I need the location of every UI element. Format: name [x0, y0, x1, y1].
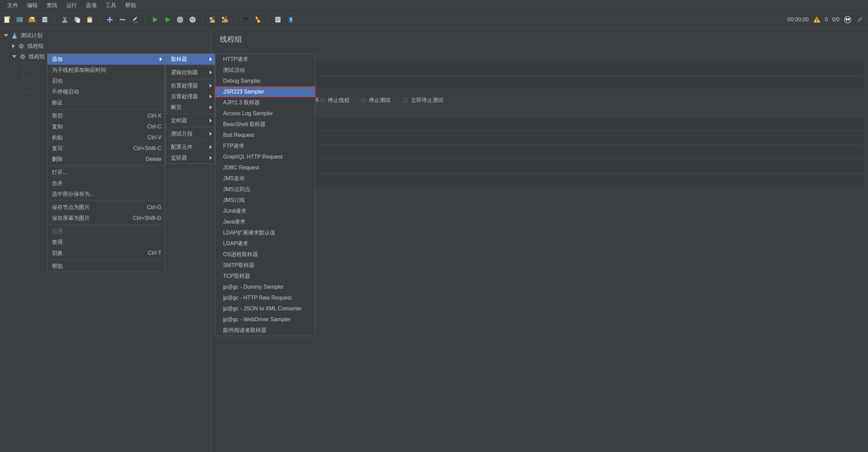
context-menu-item-保存节点为图片[interactable]: 保存节点为图片Ctrl-G [47, 202, 165, 213]
context-menu-item-添加[interactable]: 添加 [47, 54, 165, 65]
sampler-menu-item-LDAP扩展请求默认值[interactable]: LDAP扩展请求默认值 [215, 227, 315, 238]
context-menu-item-复制[interactable]: 复制Ctrl-C [47, 121, 165, 132]
context-menu-item-保存屏幕为图片[interactable]: 保存屏幕为图片Ctrl+Shift-G [47, 213, 165, 224]
context-menu-item-选中部分保存为...[interactable]: 选中部分保存为... [47, 189, 165, 200]
add-submenu-item-后置处理器[interactable]: 后置处理器 [165, 91, 215, 102]
sampler-menu-item-HTTP请求[interactable]: HTTP请求 [215, 54, 315, 65]
threads-field[interactable] [224, 118, 863, 129]
start-no-pauses-icon[interactable] [163, 15, 172, 24]
cut-icon[interactable] [60, 15, 69, 24]
sampler-menu-item-Debug Sampler[interactable]: Debug Sampler [215, 76, 315, 86]
context-menu-item-合并[interactable]: 合并 [47, 178, 165, 189]
radio-circle-icon[interactable] [403, 98, 408, 103]
context-menu-item-不停顿启动[interactable]: 不停顿启动 [47, 86, 165, 97]
jsr223-sampler-icon[interactable] [33, 75, 40, 82]
menu-运行[interactable]: 运行 [62, 0, 81, 11]
add-submenu-item-断言[interactable]: 断言 [165, 102, 215, 113]
sampler-menu-item-jp@gc - JSON to XML Converter[interactable]: jp@gc - JSON to XML Converter [215, 303, 315, 314]
open-icon[interactable] [28, 15, 37, 24]
menu-工具[interactable]: 工具 [101, 0, 121, 11]
context-menu-item-打开...[interactable]: 打开... [47, 167, 165, 178]
stop-icon[interactable]: STOP [176, 15, 184, 24]
context-menu-item-启动[interactable]: 启动 [47, 76, 165, 86]
sampler-menu-item-Access Log Sampler[interactable]: Access Log Sampler [215, 108, 315, 119]
new-icon[interactable] [3, 15, 12, 24]
context-menu-item-切换[interactable]: 切换Ctrl-T [47, 248, 165, 259]
sampler-menu-item-jp@gc - HTTP Raw Request[interactable]: jp@gc - HTTP Raw Request [215, 292, 315, 303]
add-submenu-item-测试片段[interactable]: 测试片段 [165, 128, 215, 139]
comments-field[interactable] [224, 78, 863, 88]
sampler-menu-item-邮件阅读者取样器[interactable]: 邮件阅读者取样器 [215, 325, 315, 336]
help-icon[interactable]: ? [286, 15, 295, 24]
save-icon[interactable] [40, 15, 49, 24]
add-submenu-item-定时器[interactable]: 定时器 [165, 115, 215, 126]
radio-停止线程[interactable]: 停止线程 [320, 97, 350, 104]
add-submenu-item-监听器[interactable]: 监听器 [165, 152, 215, 163]
add-submenu-item-逻辑控制器[interactable]: 逻辑控制器 [165, 67, 215, 78]
expand-all-icon[interactable] [105, 15, 114, 24]
radio-circle-icon[interactable] [361, 98, 366, 103]
jsr223-sampler-icon[interactable] [33, 62, 40, 69]
menu-选项[interactable]: 选项 [81, 0, 101, 11]
menu-帮助[interactable]: 帮助 [121, 0, 140, 11]
sampler-menu-item-jp@gc - Dummy Sampler[interactable]: jp@gc - Dummy Sampler [215, 282, 315, 292]
sampler-menu-item-JSR223 Sampler[interactable]: JSR223 Sampler [215, 86, 315, 97]
expand-arrow-icon[interactable] [12, 44, 15, 48]
collapse-arrow-icon[interactable] [12, 55, 16, 58]
field-row-4[interactable] [224, 161, 863, 172]
menu-文件[interactable]: 文件 [3, 0, 22, 11]
context-menu-item-验证[interactable]: 验证 [47, 97, 165, 108]
start-icon[interactable] [151, 15, 159, 24]
loop-count-field[interactable] [224, 147, 863, 158]
clear-icon[interactable] [208, 15, 217, 24]
add-submenu-item-配置元件[interactable]: 配置元件 [165, 142, 215, 152]
sampler-menu-item-BeanShell 取样器[interactable]: BeanShell 取样器 [215, 119, 315, 130]
search-reset-icon[interactable] [253, 15, 262, 24]
sampler-menu-item-GraphQL HTTP Request[interactable]: GraphQL HTTP Request [215, 151, 315, 162]
collapse-all-icon[interactable] [118, 15, 127, 24]
add-submenu-item-前置处理器[interactable]: 前置处理器 [165, 80, 215, 91]
tree-node-测试计划-0[interactable]: 测试计划 [4, 30, 42, 41]
sampler-menu-item-AJP/1.3 取样器[interactable]: AJP/1.3 取样器 [215, 97, 315, 108]
tree-node-线程组-2[interactable]: 线程组 [12, 52, 45, 62]
sampler-menu-item-SMTP取样器[interactable]: SMTP取样器 [215, 260, 315, 271]
function-helper-icon[interactable] [273, 15, 282, 24]
sampler-menu-item-TCP取样器[interactable]: TCP取样器 [215, 271, 315, 282]
sampler-menu-item-OS进程取样器[interactable]: OS进程取样器 [215, 249, 315, 260]
add-submenu-item-取样器[interactable]: 取样器 [165, 54, 215, 65]
rampup-field[interactable] [224, 132, 863, 143]
context-menu-item-剪切[interactable]: 剪切Ctrl-X [47, 110, 165, 121]
sampler-menu-item-测试活动[interactable]: 测试活动 [215, 65, 315, 76]
clear-all-icon[interactable] [221, 15, 230, 24]
radio-circle-icon[interactable] [320, 98, 325, 103]
warning-icon[interactable] [813, 16, 821, 24]
templates-icon[interactable] [15, 15, 24, 24]
sampler-menu-item-jp@gc - WebDriver Sampler[interactable]: jp@gc - WebDriver Sampler [215, 314, 315, 325]
name-field[interactable] [224, 62, 863, 74]
menu-编辑[interactable]: 编辑 [22, 0, 42, 11]
context-menu-item-为子线程添加响应时间[interactable]: 为子线程添加响应时间 [47, 65, 165, 76]
field-row-5[interactable] [224, 175, 863, 186]
sampler-menu-item-LDAP请求[interactable]: LDAP请求 [215, 238, 315, 249]
collapse-arrow-icon[interactable] [4, 34, 8, 37]
sampler-menu-item-JDBC Request[interactable]: JDBC Request [215, 162, 315, 173]
radio-停止测试[interactable]: 停止测试 [361, 97, 391, 104]
jsr223-sampler-icon[interactable] [33, 88, 40, 95]
toggle-icon[interactable] [131, 15, 139, 24]
radio-立即停止测试[interactable]: 立即停止测试 [403, 97, 443, 104]
sampler-menu-item-FTP请求[interactable]: FTP请求 [215, 141, 315, 151]
sampler-menu-item-JMS发布[interactable]: JMS发布 [215, 173, 315, 184]
context-menu-item-禁用[interactable]: 禁用 [47, 237, 165, 248]
copy-icon[interactable] [73, 15, 82, 24]
sampler-menu-item-JMS点到点[interactable]: JMS点到点 [215, 184, 315, 195]
context-menu-item-删除[interactable]: 删除Delete [47, 154, 165, 165]
context-menu-item-复写[interactable]: 复写Ctrl+Shift-C [47, 143, 165, 154]
tree-node-线程组-1[interactable]: 线程组 [12, 41, 44, 51]
menu-查找[interactable]: 查找 [42, 0, 62, 11]
search-icon[interactable] [241, 15, 250, 24]
sampler-menu-item-JUnit请求[interactable]: JUnit请求 [215, 206, 315, 217]
sampler-menu-item-Java请求[interactable]: Java请求 [215, 217, 315, 227]
sampler-menu-item-Bolt Request[interactable]: Bolt Request [215, 130, 315, 141]
context-menu-item-粘贴[interactable]: 粘贴Ctrl-V [47, 132, 165, 143]
paste-icon[interactable] [85, 15, 94, 24]
